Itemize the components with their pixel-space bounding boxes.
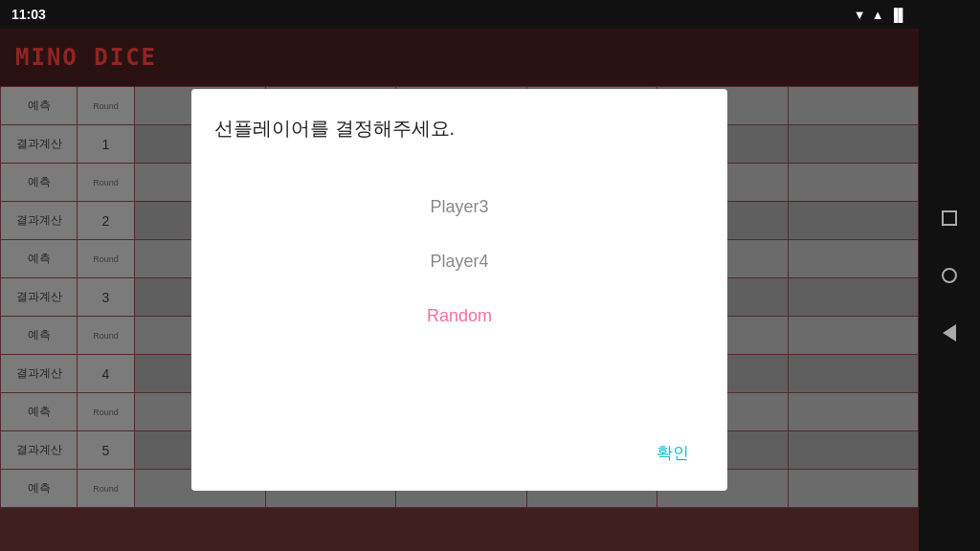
status-time: 11:03 — [11, 7, 46, 22]
battery-icon: ▐▌ — [890, 8, 907, 22]
random-option[interactable]: Random — [214, 293, 704, 340]
status-icons: ▼ ▲ ▐▌ — [854, 8, 907, 22]
player4-option[interactable]: Player4 — [214, 238, 704, 285]
signal-icon: ▲ — [872, 8, 884, 22]
dialog: 선플레이어를 결정해주세요. Player3 Player4 Random 확인 — [191, 89, 727, 491]
dialog-title: 선플레이어를 결정해주세요. — [214, 116, 704, 142]
dialog-options: Player3 Player4 Random — [214, 165, 704, 415]
confirm-button[interactable]: 확인 — [641, 434, 704, 472]
nav-back-button[interactable] — [940, 323, 959, 342]
player3-option[interactable]: Player3 — [214, 184, 704, 231]
app-area: MINO DICE 예측Round결과계산1예측Round결과계산2예측Roun… — [0, 29, 919, 551]
dialog-overlay: 선플레이어를 결정해주세요. Player3 Player4 Random 확인 — [0, 29, 919, 551]
circle-icon — [942, 268, 957, 283]
nav-square-button[interactable] — [940, 209, 959, 228]
dialog-footer: 확인 — [214, 415, 704, 472]
status-bar: 11:03 ▼ ▲ ▐▌ — [0, 0, 919, 29]
wifi-icon: ▼ — [854, 8, 866, 22]
nav-bar — [919, 0, 980, 551]
nav-circle-button[interactable] — [940, 266, 959, 285]
square-icon — [942, 210, 957, 226]
back-icon — [943, 324, 956, 342]
